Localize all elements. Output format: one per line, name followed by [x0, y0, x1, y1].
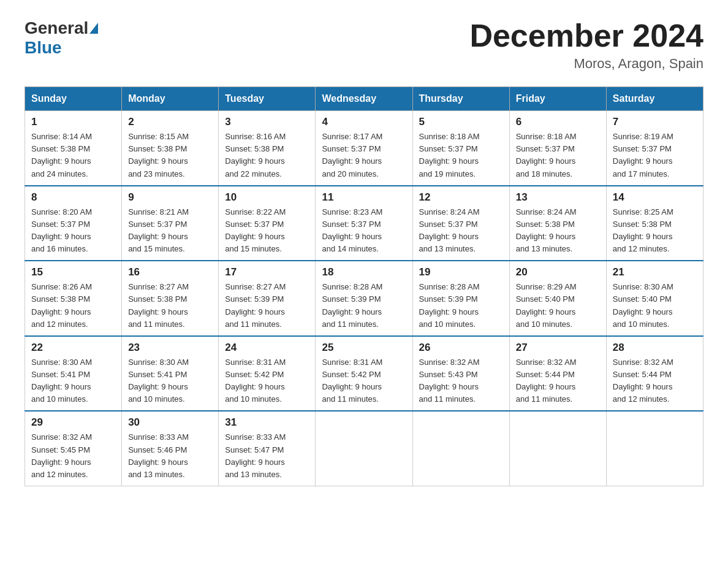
- day-number: 22: [31, 342, 115, 354]
- day-info: Sunrise: 8:30 AM Sunset: 5:40 PM Dayligh…: [613, 281, 697, 331]
- month-title: December 2024: [469, 18, 703, 53]
- day-number: 14: [613, 191, 697, 204]
- table-row: 18 Sunrise: 8:28 AM Sunset: 5:39 PM Dayl…: [316, 261, 412, 336]
- table-row: 25 Sunrise: 8:31 AM Sunset: 5:42 PM Dayl…: [316, 336, 412, 412]
- day-number: 26: [419, 342, 503, 354]
- table-row: 27 Sunrise: 8:32 AM Sunset: 5:44 PM Dayl…: [509, 336, 606, 412]
- day-number: 2: [128, 116, 212, 128]
- logo-general-text: General: [25, 18, 88, 38]
- day-number: 16: [128, 266, 212, 278]
- day-info: Sunrise: 8:32 AM Sunset: 5:44 PM Dayligh…: [516, 356, 600, 406]
- table-row: 28 Sunrise: 8:32 AM Sunset: 5:44 PM Dayl…: [606, 336, 703, 412]
- day-info: Sunrise: 8:18 AM Sunset: 5:37 PM Dayligh…: [419, 131, 503, 180]
- day-number: 20: [516, 266, 600, 278]
- day-number: 11: [322, 191, 406, 204]
- day-info: Sunrise: 8:32 AM Sunset: 5:43 PM Dayligh…: [419, 356, 503, 406]
- day-number: 12: [419, 191, 503, 204]
- day-info: Sunrise: 8:29 AM Sunset: 5:40 PM Dayligh…: [516, 281, 600, 331]
- table-row: 4 Sunrise: 8:17 AM Sunset: 5:37 PM Dayli…: [316, 111, 412, 186]
- day-number: 27: [516, 342, 600, 354]
- header-wednesday: Wednesday: [316, 87, 412, 111]
- day-info: Sunrise: 8:33 AM Sunset: 5:46 PM Dayligh…: [128, 431, 212, 481]
- table-row: 14 Sunrise: 8:25 AM Sunset: 5:38 PM Dayl…: [606, 186, 703, 261]
- day-info: Sunrise: 8:24 AM Sunset: 5:37 PM Dayligh…: [419, 206, 503, 256]
- calendar-week-row: 29 Sunrise: 8:32 AM Sunset: 5:45 PM Dayl…: [25, 411, 703, 486]
- table-row: 6 Sunrise: 8:18 AM Sunset: 5:37 PM Dayli…: [509, 111, 606, 186]
- calendar-week-row: 1 Sunrise: 8:14 AM Sunset: 5:38 PM Dayli…: [25, 111, 703, 186]
- day-info: Sunrise: 8:20 AM Sunset: 5:37 PM Dayligh…: [31, 206, 115, 256]
- table-row: 10 Sunrise: 8:22 AM Sunset: 5:37 PM Dayl…: [219, 186, 316, 261]
- day-info: Sunrise: 8:30 AM Sunset: 5:41 PM Dayligh…: [128, 356, 212, 406]
- day-number: 5: [419, 116, 503, 128]
- location-title: Moros, Aragon, Spain: [469, 56, 703, 72]
- table-row: 5 Sunrise: 8:18 AM Sunset: 5:37 PM Dayli…: [412, 111, 509, 186]
- table-row: 20 Sunrise: 8:29 AM Sunset: 5:40 PM Dayl…: [509, 261, 606, 336]
- day-info: Sunrise: 8:25 AM Sunset: 5:38 PM Dayligh…: [613, 206, 697, 256]
- header-sunday: Sunday: [25, 87, 122, 111]
- day-info: Sunrise: 8:21 AM Sunset: 5:37 PM Dayligh…: [128, 206, 212, 256]
- day-info: Sunrise: 8:28 AM Sunset: 5:39 PM Dayligh…: [419, 281, 503, 331]
- day-info: Sunrise: 8:15 AM Sunset: 5:38 PM Dayligh…: [128, 131, 212, 180]
- day-number: 6: [516, 116, 600, 128]
- day-number: 28: [613, 342, 697, 354]
- calendar-header-row: Sunday Monday Tuesday Wednesday Thursday…: [25, 87, 703, 111]
- day-info: Sunrise: 8:30 AM Sunset: 5:41 PM Dayligh…: [31, 356, 115, 406]
- day-number: 29: [31, 416, 115, 429]
- header: General Blue December 2024 Moros, Aragon…: [25, 18, 703, 72]
- day-info: Sunrise: 8:31 AM Sunset: 5:42 PM Dayligh…: [225, 356, 309, 406]
- table-row: 17 Sunrise: 8:27 AM Sunset: 5:39 PM Dayl…: [219, 261, 316, 336]
- day-info: Sunrise: 8:24 AM Sunset: 5:38 PM Dayligh…: [516, 206, 600, 256]
- day-info: Sunrise: 8:27 AM Sunset: 5:38 PM Dayligh…: [128, 281, 212, 331]
- day-number: 1: [31, 116, 115, 128]
- day-info: Sunrise: 8:19 AM Sunset: 5:37 PM Dayligh…: [613, 131, 697, 180]
- day-number: 25: [322, 342, 406, 354]
- table-row: 2 Sunrise: 8:15 AM Sunset: 5:38 PM Dayli…: [122, 111, 219, 186]
- table-row: 11 Sunrise: 8:23 AM Sunset: 5:37 PM Dayl…: [316, 186, 412, 261]
- calendar-week-row: 22 Sunrise: 8:30 AM Sunset: 5:41 PM Dayl…: [25, 336, 703, 412]
- day-info: Sunrise: 8:32 AM Sunset: 5:45 PM Dayligh…: [31, 431, 115, 481]
- table-row: 13 Sunrise: 8:24 AM Sunset: 5:38 PM Dayl…: [509, 186, 606, 261]
- day-number: 18: [322, 266, 406, 278]
- day-number: 24: [225, 342, 309, 354]
- day-info: Sunrise: 8:18 AM Sunset: 5:37 PM Dayligh…: [516, 131, 600, 180]
- table-row: 21 Sunrise: 8:30 AM Sunset: 5:40 PM Dayl…: [606, 261, 703, 336]
- day-info: Sunrise: 8:14 AM Sunset: 5:38 PM Dayligh…: [31, 131, 115, 180]
- day-number: 4: [322, 116, 406, 128]
- logo-triangle-icon: [89, 23, 98, 34]
- title-area: December 2024 Moros, Aragon, Spain: [469, 18, 703, 72]
- day-number: 13: [516, 191, 600, 204]
- day-info: Sunrise: 8:32 AM Sunset: 5:44 PM Dayligh…: [613, 356, 697, 406]
- header-saturday: Saturday: [606, 87, 703, 111]
- day-info: Sunrise: 8:28 AM Sunset: 5:39 PM Dayligh…: [322, 281, 406, 331]
- table-row: 15 Sunrise: 8:26 AM Sunset: 5:38 PM Dayl…: [25, 261, 122, 336]
- day-number: 30: [128, 416, 212, 429]
- table-row: 9 Sunrise: 8:21 AM Sunset: 5:37 PM Dayli…: [122, 186, 219, 261]
- table-row: 16 Sunrise: 8:27 AM Sunset: 5:38 PM Dayl…: [122, 261, 219, 336]
- logo: General Blue: [25, 18, 99, 58]
- table-row: 22 Sunrise: 8:30 AM Sunset: 5:41 PM Dayl…: [25, 336, 122, 412]
- day-number: 9: [128, 191, 212, 204]
- header-thursday: Thursday: [412, 87, 509, 111]
- day-info: Sunrise: 8:33 AM Sunset: 5:47 PM Dayligh…: [225, 431, 309, 481]
- table-row: 3 Sunrise: 8:16 AM Sunset: 5:38 PM Dayli…: [219, 111, 316, 186]
- calendar-week-row: 8 Sunrise: 8:20 AM Sunset: 5:37 PM Dayli…: [25, 186, 703, 261]
- table-row: 19 Sunrise: 8:28 AM Sunset: 5:39 PM Dayl…: [412, 261, 509, 336]
- day-number: 31: [225, 416, 309, 429]
- day-number: 19: [419, 266, 503, 278]
- calendar-table: Sunday Monday Tuesday Wednesday Thursday…: [25, 86, 703, 486]
- table-row: 31 Sunrise: 8:33 AM Sunset: 5:47 PM Dayl…: [219, 411, 316, 486]
- table-row: 30 Sunrise: 8:33 AM Sunset: 5:46 PM Dayl…: [122, 411, 219, 486]
- table-row: [412, 411, 509, 486]
- table-row: [316, 411, 412, 486]
- day-number: 10: [225, 191, 309, 204]
- table-row: 1 Sunrise: 8:14 AM Sunset: 5:38 PM Dayli…: [25, 111, 122, 186]
- day-info: Sunrise: 8:16 AM Sunset: 5:38 PM Dayligh…: [225, 131, 309, 180]
- table-row: 29 Sunrise: 8:32 AM Sunset: 5:45 PM Dayl…: [25, 411, 122, 486]
- table-row: 24 Sunrise: 8:31 AM Sunset: 5:42 PM Dayl…: [219, 336, 316, 412]
- day-number: 23: [128, 342, 212, 354]
- table-row: 23 Sunrise: 8:30 AM Sunset: 5:41 PM Dayl…: [122, 336, 219, 412]
- day-info: Sunrise: 8:26 AM Sunset: 5:38 PM Dayligh…: [31, 281, 115, 331]
- table-row: [606, 411, 703, 486]
- calendar-week-row: 15 Sunrise: 8:26 AM Sunset: 5:38 PM Dayl…: [25, 261, 703, 336]
- day-number: 8: [31, 191, 115, 204]
